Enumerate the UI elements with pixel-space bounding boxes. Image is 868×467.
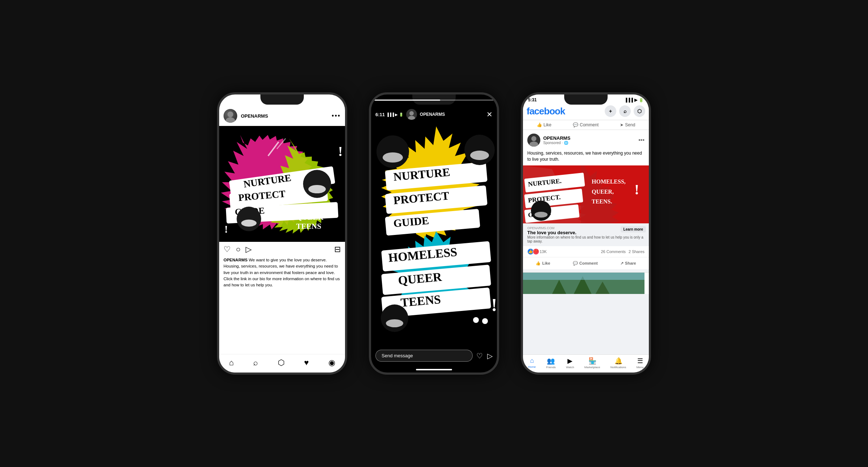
- fb-post-meta: Sponsored · 🌐: [543, 141, 638, 145]
- ig-avatar-inner: [224, 109, 237, 123]
- fb-shares-count: 2 Shares: [629, 249, 644, 254]
- svg-point-39: [383, 152, 403, 163]
- svg-text:!: !: [338, 144, 343, 159]
- phone-notch-instagram: [260, 94, 304, 105]
- fb-top-comment[interactable]: 💬 Comment: [573, 122, 599, 127]
- fb-like-thumb-icon: 👍: [537, 122, 542, 127]
- svg-text:TEENS: TEENS: [296, 222, 322, 231]
- fb-post-action-bar: 👍 Like 💬 Comment ↗ Share: [523, 257, 649, 269]
- fb-menu-icon: ☰: [637, 357, 643, 365]
- fb-time: 5:31: [528, 97, 537, 102]
- story-heart-icon[interactable]: ♡: [476, 352, 483, 360]
- story-message-input[interactable]: Send message: [375, 350, 473, 362]
- ig-actions-bar: ♡ ○ ▷ ⊟: [219, 242, 345, 257]
- svg-text:!: !: [634, 181, 639, 198]
- fb-watch-icon: ▶: [567, 357, 573, 365]
- svg-text:QUEER: QUEER: [296, 213, 324, 222]
- fb-messenger-button[interactable]: ⬡: [634, 105, 645, 117]
- story-avatar: [406, 109, 417, 120]
- fb-like-action[interactable]: 👍 Like: [532, 259, 554, 268]
- fb-marketplace-label: Marketplace: [584, 366, 600, 369]
- fb-reaction-count: 👍 ❤️ 13K: [527, 248, 547, 255]
- fb-post-artwork: NURTURE. PROTECT. GUIDE. HOMELESS, QUEER…: [523, 165, 649, 223]
- fb-comment-action-label: Comment: [579, 261, 598, 265]
- svg-point-16: [237, 207, 261, 231]
- svg-point-15: [309, 185, 326, 193]
- ig-post-image: NURTURE PROTECT GUIDE HOME- -LESS QUEER …: [219, 126, 345, 242]
- fb-link-preview: OPENARMS.COM The love you deserve. More …: [523, 223, 649, 246]
- fb-search-button[interactable]: ⌕: [619, 105, 631, 117]
- ig-nav-profile-icon[interactable]: ◉: [328, 358, 335, 367]
- ig-nav-search-icon[interactable]: ⌕: [253, 358, 258, 367]
- fb-nav-notifications[interactable]: 🔔 Notifications: [610, 357, 626, 369]
- svg-point-46: [473, 317, 479, 323]
- fb-home-icon: ⌂: [530, 357, 534, 365]
- fb-learn-more-button[interactable]: Learn more: [621, 226, 646, 232]
- ig-caption-username: OPENARMS: [224, 258, 247, 262]
- fb-home-label: Home: [528, 365, 536, 369]
- fb-comments-count: 26 Comments: [601, 249, 625, 254]
- svg-point-14: [303, 170, 331, 198]
- facebook-phone: 5:31 ▐▐▐ ▶ 🔋 facebook + ⌕ ⬡ 👍: [521, 92, 651, 375]
- svg-point-1: [226, 117, 235, 123]
- story-username: OPENARMS: [420, 112, 486, 117]
- fb-link-desc: More information on where to find us and…: [527, 235, 644, 243]
- fb-bottom-nav: ⌂ Home 👥 Friends ▶ Watch 🏪 Marketplace 🔔: [523, 354, 649, 373]
- phones-container: OPENARMS •••: [203, 78, 665, 389]
- svg-rect-69: [523, 273, 644, 280]
- fb-share-action[interactable]: ↗ Share: [617, 259, 640, 268]
- fb-nav-home[interactable]: ⌂ Home: [528, 357, 536, 369]
- fb-send-arrow-icon: ➤: [620, 122, 624, 127]
- story-time: 6:11: [375, 112, 385, 117]
- ig-nav-heart-icon[interactable]: ♥: [304, 358, 309, 367]
- story-send-label: Send message: [382, 353, 413, 358]
- story-close-button[interactable]: ✕: [486, 110, 493, 119]
- ig-artwork-canvas: NURTURE PROTECT GUIDE HOME- -LESS QUEER …: [219, 126, 345, 242]
- fb-post-header: OPENARMS Sponsored · 🌐 •••: [523, 130, 649, 150]
- fb-nav-marketplace[interactable]: 🏪 Marketplace: [584, 357, 600, 369]
- fb-post-caption: Housing, services, resources, we have ev…: [523, 150, 649, 165]
- fb-top-send[interactable]: ➤ Send: [620, 122, 635, 127]
- ig-share-icon[interactable]: ▷: [246, 245, 252, 254]
- fb-post-avatar: [527, 134, 540, 147]
- ig-more-button[interactable]: •••: [332, 112, 341, 120]
- ig-nav-reels-icon[interactable]: ⬡: [278, 358, 285, 367]
- fb-comment-label: Comment: [580, 122, 599, 127]
- fb-post-more-button[interactable]: •••: [638, 137, 644, 143]
- fb-nav-friends[interactable]: 👥 Friends: [546, 357, 556, 369]
- ig-caption: OPENARMS We want to give you the love yo…: [219, 257, 345, 291]
- ig-action-icons: ♡ ○ ▷: [224, 245, 334, 254]
- svg-text:!: !: [491, 295, 497, 315]
- svg-text:HOMELESS,: HOMELESS,: [592, 178, 626, 185]
- ig-like-icon[interactable]: ♡: [224, 245, 231, 254]
- svg-text:QUEER,: QUEER,: [592, 189, 614, 195]
- fb-love-emoji: ❤️: [533, 248, 539, 255]
- ig-comment-icon[interactable]: ○: [236, 245, 241, 254]
- svg-point-38: [376, 135, 409, 168]
- ig-caption-text: We want to give you the love you deserve…: [224, 258, 340, 287]
- fb-nav-watch[interactable]: ▶ Watch: [566, 357, 574, 369]
- story-artwork: NURTURE PROTECT GUIDE HOMELESS QUEER TEE…: [371, 123, 497, 347]
- fb-top-like[interactable]: 👍 Like: [537, 122, 552, 127]
- fb-sponsored-label: Sponsored · 🌐: [543, 141, 568, 145]
- fb-share-counts: 26 Comments 2 Shares: [601, 249, 644, 254]
- ig-nav-home-icon[interactable]: ⌂: [229, 358, 234, 367]
- fb-nav-menu[interactable]: ☰ Menu: [637, 357, 644, 369]
- fb-post: OPENARMS Sponsored · 🌐 ••• Housing, serv…: [523, 130, 649, 269]
- svg-point-23: [408, 116, 415, 120]
- fb-post-info: OPENARMS Sponsored · 🌐: [543, 135, 638, 145]
- svg-point-41: [470, 151, 489, 160]
- ig-bookmark-icon[interactable]: ⊟: [334, 245, 341, 254]
- svg-point-43: [386, 319, 403, 327]
- fb-notifications-label: Notifications: [610, 366, 626, 369]
- fb-add-button[interactable]: +: [605, 105, 616, 117]
- fb-comment-action[interactable]: 💬 Comment: [569, 259, 601, 268]
- svg-text:-LESS: -LESS: [296, 204, 318, 213]
- fb-friends-icon: 👥: [547, 357, 555, 365]
- svg-text:!: !: [225, 223, 228, 235]
- fb-signal-icon: ▐▐▐: [625, 98, 633, 102]
- fb-notifications-icon: 🔔: [614, 357, 622, 365]
- fb-share-action-label: Share: [625, 261, 636, 265]
- fb-screen: 5:31 ▐▐▐ ▶ 🔋 facebook + ⌕ ⬡ 👍: [523, 94, 649, 373]
- story-send-icon[interactable]: ▷: [487, 352, 493, 360]
